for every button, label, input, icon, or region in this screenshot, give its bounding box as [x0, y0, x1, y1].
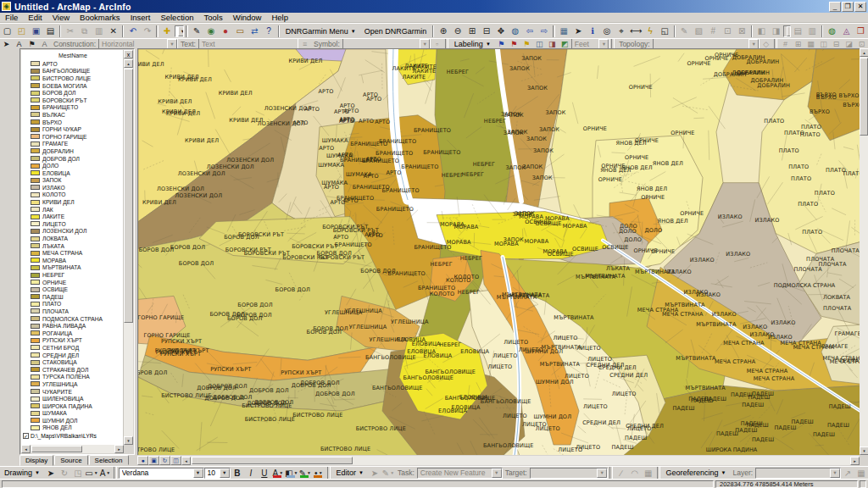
pause-drawing-button[interactable]: ◫ — [170, 456, 181, 465]
georef-layer-combo[interactable]: ▼ — [755, 468, 841, 479]
toc-legend-item[interactable]: СЕТНИ БРОД — [21, 344, 123, 352]
toc-legend-item[interactable]: БОЕВА МОГИЛА — [21, 82, 123, 90]
toc-legend-item[interactable]: БОРОВ ДОЛ — [21, 89, 123, 97]
line-color-button[interactable]: ✎▼ — [298, 468, 312, 479]
editor-menu-button[interactable]: Editor▼ — [332, 469, 368, 477]
toc-legend-item[interactable]: БАНГЬОЛОВИЩЕ — [21, 68, 123, 75]
toc-legend-item[interactable]: СРЕДНИ ДЕЛ — [21, 352, 123, 359]
zoom-percent-combo[interactable]: 100%▼ — [783, 25, 791, 37]
globe-tool-icon[interactable]: ◉ — [204, 25, 219, 37]
toc-vertical-scrollbar[interactable]: ▴▾ — [124, 59, 133, 445]
toc-legend-item[interactable]: ВЪРХО — [21, 119, 123, 126]
map-vscroll-thumb[interactable] — [860, 58, 868, 136]
toc-legend-item[interactable]: ГОРНО ГАРИЩЕ — [21, 133, 123, 141]
open-button[interactable]: ◰ — [14, 25, 29, 37]
draw-select-icon[interactable]: ➤ — [44, 468, 58, 479]
toc-legend-item[interactable]: ДОБРАЛИН — [21, 147, 123, 155]
toc-legend-item[interactable]: ШИРОКА ПАДИНА — [21, 402, 123, 410]
toc-legend-item[interactable]: НЕБРЕГ — [21, 271, 123, 279]
fixed-zoom-in-icon[interactable]: ⊞ — [465, 25, 479, 37]
menu-window[interactable]: Window — [228, 13, 267, 22]
html-popup-icon[interactable]: ◱ — [658, 25, 672, 37]
toc-scroll-left-icon[interactable]: ◂ — [21, 445, 31, 453]
toc-legend-item[interactable]: ЛОЗЕНСКИ ДОЛ — [21, 228, 123, 236]
toc-legend-item[interactable]: УГЛЕШНИЦА — [21, 380, 123, 388]
delete-button[interactable]: ✕ — [106, 25, 120, 37]
underline-button[interactable]: U — [258, 468, 271, 479]
toc-close-icon[interactable]: x — [124, 50, 133, 58]
identify-icon[interactable]: ℹ — [586, 25, 600, 37]
toc-legend-item[interactable]: ВЪЛКАС — [21, 111, 123, 119]
toc-legend-item[interactable]: РОГАЧИЦА — [21, 330, 123, 337]
open-dnrgarmin-button[interactable]: Open DNRGarmin — [360, 27, 431, 36]
toc-legend-item[interactable]: ЛЪКАТА — [21, 242, 123, 250]
toc-legend-item[interactable]: ПОДМОЛСКА СТРАНА — [21, 315, 123, 323]
menu-selection[interactable]: Selection — [155, 13, 198, 22]
whats-this-icon[interactable]: ? — [262, 25, 276, 37]
toolbox-icon[interactable]: ❒ — [854, 25, 868, 37]
font-size-combo-dropdown-icon[interactable]: ▼ — [220, 469, 230, 478]
globe-3d-icon[interactable]: ◍ — [825, 25, 839, 37]
layer-checkbox[interactable]: ✓ — [23, 433, 29, 439]
task-combo[interactable]: Create New Feature▼ — [417, 468, 503, 479]
fixed-zoom-out-icon[interactable]: ⊟ — [479, 25, 493, 37]
toc-legend-item[interactable]: ДОБРОВ ДОЛ — [21, 155, 123, 163]
add-data-button[interactable]: ✚ — [160, 25, 175, 37]
toc-legend-item[interactable]: ЛИЦЕТО — [21, 220, 123, 228]
toc-legend-item[interactable]: БОРОВСКИ РЪТ — [21, 97, 123, 104]
toc-legend-item[interactable]: ЛАК — [21, 206, 123, 214]
measure-icon[interactable]: ⟷ — [629, 25, 643, 37]
font-color-button[interactable]: A▼ — [271, 468, 285, 479]
toc-legend-item[interactable]: ЕЛОВИЦА — [21, 169, 123, 177]
minimize-button[interactable]: _ — [829, 2, 841, 12]
drawing-menu-button[interactable]: Drawing▼ — [0, 469, 44, 477]
menu-file[interactable]: File — [0, 13, 23, 22]
refresh-view-button[interactable]: ↻ — [159, 456, 170, 465]
toc-legend-item[interactable]: КРИВИ ДЕЛ — [21, 198, 123, 206]
find-icon[interactable]: ◎ — [600, 25, 615, 37]
toc-legend-item[interactable]: ПАДЕШ — [21, 293, 123, 301]
toc-legend-item[interactable]: МОРАВА — [21, 257, 123, 264]
font-size-combo[interactable]: 10▼ — [204, 468, 231, 479]
menu-edit[interactable]: Edit — [23, 13, 47, 22]
georeferencing-menu-button[interactable]: Georeferencing▼ — [662, 469, 731, 477]
toc-legend-item[interactable]: РАВНА ЛИВАДА — [21, 322, 123, 330]
tab-source[interactable]: Source — [54, 455, 87, 465]
save-button[interactable]: ▣ — [29, 25, 43, 37]
font-family-combo-dropdown-icon[interactable]: ▼ — [193, 469, 203, 478]
map-scroll-up-icon[interactable]: ▴ — [860, 48, 868, 57]
fill-color-button[interactable]: ◧▼ — [285, 468, 298, 479]
toc-legend-item[interactable]: МЕЧА СТРАНА — [21, 249, 123, 257]
toc-legend-item[interactable]: ЧУКАРИТЕ — [21, 388, 123, 396]
viewer-window-icon[interactable]: ▭ — [233, 25, 248, 37]
bold-button[interactable]: B — [231, 468, 244, 479]
toc-legend-item[interactable]: ШУМНИ ДОЛ — [21, 417, 123, 424]
toc-legend-item[interactable]: ГРАМАГЕ — [21, 141, 123, 148]
draw-text-icon[interactable]: A▼ — [98, 468, 112, 479]
toc-legend-item[interactable]: ПЛОЧАТА — [21, 308, 123, 315]
map-horizontal-scrollbar[interactable]: ◂ ▸ — [181, 456, 860, 465]
target-combo-dropdown-icon[interactable]: ▼ — [597, 469, 607, 478]
undo-button[interactable]: ↶ — [125, 25, 140, 37]
toc-legend-item[interactable]: БИСТРОВО ЛИЦЕ — [21, 75, 123, 82]
forward-extent-icon[interactable]: ⇨ — [537, 25, 551, 37]
toc-legend-item[interactable]: ЗАПОК — [21, 177, 123, 185]
labeling-menu-button[interactable]: Labeling▼ — [450, 40, 495, 48]
toc-legend-item[interactable]: ДОЛО — [21, 162, 123, 169]
scroll-left-icon[interactable]: ◂ — [181, 457, 191, 465]
toc-legend-item[interactable]: ОРНИЧЕ — [21, 279, 123, 286]
menu-bookmarks[interactable]: Bookmarks — [75, 13, 125, 22]
toc-legend-item[interactable]: ОСВИЩЕ — [21, 286, 123, 293]
marker-color-button[interactable]: •▼ — [312, 468, 326, 479]
map-vertical-scrollbar[interactable]: ▴▾ — [860, 48, 868, 455]
new-document-button[interactable]: ▢ — [0, 25, 14, 37]
tab-display[interactable]: Display — [19, 455, 53, 466]
select-features-icon[interactable]: ▦ — [557, 25, 571, 37]
target-combo[interactable]: ▼ — [530, 468, 608, 479]
georef-layer-combo-dropdown-icon[interactable]: ▼ — [830, 469, 840, 478]
font-family-combo[interactable]: Verdana▼ — [119, 468, 204, 479]
toc-legend-item[interactable]: ЯНОВ ДЕЛ — [21, 424, 123, 432]
toc-legend-item[interactable]: ШУМАКА — [21, 410, 123, 418]
layout-view-button[interactable]: ▣ — [148, 456, 159, 465]
back-extent-icon[interactable]: ⇦ — [522, 25, 537, 37]
